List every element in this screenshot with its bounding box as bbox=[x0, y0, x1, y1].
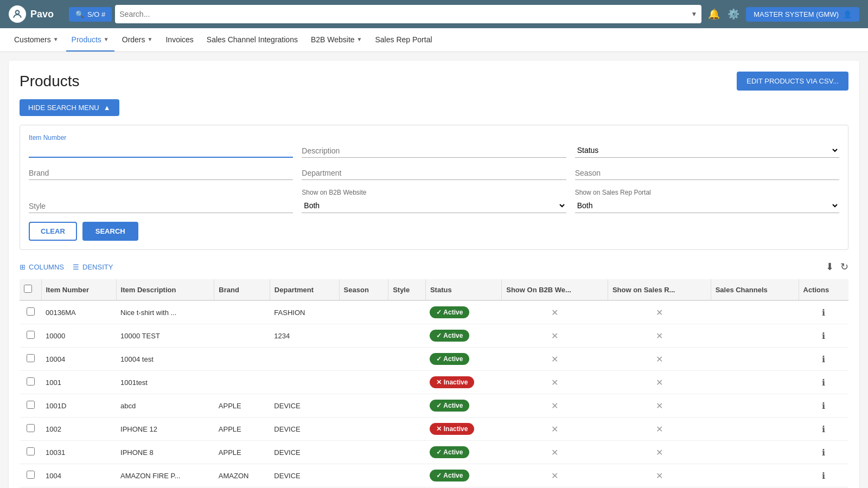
row-item-number: 1001D bbox=[41, 394, 116, 418]
chevron-down-icon-products: ▼ bbox=[104, 36, 109, 42]
brand-input[interactable] bbox=[29, 166, 293, 180]
row-checkbox-3[interactable] bbox=[27, 377, 35, 386]
refresh-icon[interactable]: ↻ bbox=[840, 261, 848, 273]
row-checkbox-2[interactable] bbox=[27, 354, 35, 362]
row-style bbox=[388, 324, 426, 348]
row-sales-channels bbox=[711, 324, 799, 348]
nav-item-customers[interactable]: Customers ▼ bbox=[9, 28, 64, 52]
status-badge: ✓ Active bbox=[430, 470, 469, 481]
col-item-description: Item Description bbox=[116, 279, 214, 300]
columns-button[interactable]: ⊞ COLUMNS bbox=[20, 263, 64, 271]
row-description: Nice t-shirt with ... bbox=[116, 300, 214, 324]
info-icon[interactable]: ℹ bbox=[822, 448, 825, 457]
row-show-b2b: ✕ bbox=[502, 418, 608, 441]
table-body: 00136MA Nice t-shirt with ... FASHION ✓ … bbox=[20, 300, 848, 488]
status-select[interactable]: Status Active Inactive bbox=[575, 143, 839, 158]
row-checkbox-5[interactable] bbox=[27, 424, 35, 432]
row-season bbox=[339, 418, 388, 441]
nav-item-b2b[interactable]: B2B Website ▼ bbox=[305, 28, 368, 52]
style-input[interactable] bbox=[29, 200, 293, 213]
search-button[interactable]: SEARCH bbox=[82, 222, 138, 241]
page-header: Products EDIT PRODUCTS VIA CSV... bbox=[20, 72, 848, 91]
row-checkbox-cell bbox=[20, 300, 41, 324]
sales-x-icon: ✕ bbox=[656, 331, 663, 341]
row-department: DEVICE bbox=[270, 464, 339, 487]
nav-item-products[interactable]: Products ▼ bbox=[66, 28, 114, 52]
info-icon[interactable]: ℹ bbox=[822, 355, 825, 364]
top-nav: Pavo 🔍 S/O # ▼ 🔔 ⚙️ MASTER SYSTEM (GMW) … bbox=[0, 0, 868, 28]
chevron-down-icon-b2b: ▼ bbox=[357, 36, 362, 42]
row-brand: APPLE bbox=[214, 418, 270, 441]
item-number-input[interactable] bbox=[29, 144, 293, 158]
search-tag-button[interactable]: 🔍 S/O # bbox=[69, 7, 112, 22]
col-style: Style bbox=[388, 279, 426, 300]
show-sales-select[interactable]: Both Yes No bbox=[575, 198, 839, 213]
row-show-sales: ✕ bbox=[608, 348, 711, 371]
logo-area: Pavo bbox=[9, 5, 54, 23]
season-input[interactable] bbox=[575, 166, 839, 180]
status-field: Status Active Inactive bbox=[575, 143, 839, 158]
row-show-sales: ✕ bbox=[608, 324, 711, 348]
nav-item-sales-channel[interactable]: Sales Channel Integrations bbox=[201, 28, 303, 52]
row-actions: ℹ bbox=[799, 371, 848, 394]
show-b2b-select[interactable]: Both Yes No bbox=[302, 198, 566, 213]
nav-item-orders[interactable]: Orders ▼ bbox=[117, 28, 158, 52]
info-icon[interactable]: ℹ bbox=[822, 471, 825, 480]
search-dropdown-arrow[interactable]: ▼ bbox=[691, 10, 697, 18]
nav-item-invoices[interactable]: Invoices bbox=[160, 28, 199, 52]
bell-icon[interactable]: 🔔 bbox=[708, 8, 720, 20]
description-input[interactable] bbox=[302, 144, 566, 158]
row-checkbox-7[interactable] bbox=[27, 471, 35, 479]
row-show-sales: ✕ bbox=[608, 300, 711, 324]
info-icon[interactable]: ℹ bbox=[822, 331, 825, 341]
row-show-b2b: ✕ bbox=[502, 394, 608, 418]
row-department: DEVICE bbox=[270, 394, 339, 418]
row-checkbox-1[interactable] bbox=[27, 331, 35, 339]
select-all-checkbox[interactable] bbox=[24, 285, 32, 293]
hide-search-button[interactable]: HIDE SEARCH MENU ▲ bbox=[20, 99, 119, 116]
row-department: DEVICE bbox=[270, 441, 339, 464]
status-badge: ✓ Active bbox=[430, 353, 469, 365]
row-sales-channels bbox=[711, 371, 799, 394]
nav-icons: 🔔 ⚙️ bbox=[708, 8, 739, 20]
row-checkbox-6[interactable] bbox=[27, 447, 35, 455]
nav-item-sales-rep[interactable]: Sales Rep Portal bbox=[370, 28, 438, 52]
show-sales-field: Show on Sales Rep Portal Both Yes No bbox=[575, 189, 839, 213]
row-season bbox=[339, 464, 388, 487]
density-button[interactable]: ☰ DENSITY bbox=[73, 263, 113, 271]
row-actions: ℹ bbox=[799, 394, 848, 418]
row-status: ✓ Active bbox=[425, 394, 501, 418]
search-input[interactable] bbox=[119, 10, 691, 18]
col-show-b2b: Show On B2B We... bbox=[502, 279, 608, 300]
department-input[interactable] bbox=[302, 166, 566, 180]
nav-label-customers: Customers bbox=[14, 35, 51, 44]
row-checkbox-cell bbox=[20, 348, 41, 371]
status-badge: ✕ Inactive bbox=[430, 376, 474, 388]
page-content: Products EDIT PRODUCTS VIA CSV... HIDE S… bbox=[9, 61, 859, 488]
download-icon[interactable]: ⬇ bbox=[826, 261, 834, 273]
info-icon[interactable]: ℹ bbox=[822, 425, 825, 434]
row-description: 1001test bbox=[116, 371, 214, 394]
info-icon[interactable]: ℹ bbox=[822, 378, 825, 387]
clear-button[interactable]: CLEAR bbox=[29, 222, 77, 241]
gear-icon[interactable]: ⚙️ bbox=[727, 8, 739, 20]
master-btn-label: MASTER SYSTEM (GMW) bbox=[754, 10, 839, 18]
row-item-number: 10031 bbox=[41, 441, 116, 464]
row-show-sales: ✕ bbox=[608, 371, 711, 394]
row-checkbox-0[interactable] bbox=[27, 307, 35, 316]
row-checkbox-cell bbox=[20, 464, 41, 487]
sales-x-icon: ✕ bbox=[656, 378, 663, 387]
row-checkbox-cell bbox=[20, 371, 41, 394]
b2b-x-icon: ✕ bbox=[551, 448, 558, 457]
nav-label-sales-rep: Sales Rep Portal bbox=[375, 35, 432, 44]
master-system-button[interactable]: MASTER SYSTEM (GMW) 👤 bbox=[746, 7, 859, 22]
b2b-x-icon: ✕ bbox=[551, 355, 558, 364]
row-checkbox-4[interactable] bbox=[27, 401, 35, 409]
info-icon[interactable]: ℹ bbox=[822, 308, 825, 317]
info-icon[interactable]: ℹ bbox=[822, 401, 825, 410]
row-style bbox=[388, 348, 426, 371]
edit-csv-button[interactable]: EDIT PRODUCTS VIA CSV... bbox=[737, 72, 848, 91]
search-input-wrap: ▼ bbox=[115, 5, 701, 23]
row-item-number: 1001 bbox=[41, 371, 116, 394]
table-toolbar-left: ⊞ COLUMNS ☰ DENSITY bbox=[20, 263, 113, 271]
